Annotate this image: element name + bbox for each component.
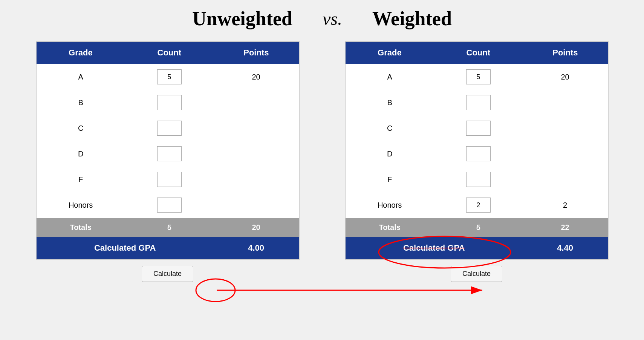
uw-row-a: A 20 (36, 64, 299, 90)
w-points-d (523, 141, 608, 167)
uw-grade-d: D (36, 141, 125, 167)
uw-row-c: C (36, 115, 299, 141)
w-points-a: 20 (523, 64, 608, 90)
w-totals-points: 22 (523, 218, 608, 237)
uw-points-b (214, 90, 299, 115)
w-gpa-row: Calculated GPA 4.40 (345, 237, 608, 259)
uw-totals-points: 20 (214, 218, 299, 237)
w-calculate-button[interactable]: Calculate (451, 266, 502, 282)
uw-header-count: Count (125, 41, 214, 64)
uw-count-a[interactable] (125, 64, 214, 90)
uw-points-honors (214, 192, 299, 218)
uw-gpa-label: Calculated GPA (36, 237, 214, 259)
uw-row-honors: Honors (36, 192, 299, 218)
uw-points-f (214, 167, 299, 192)
w-totals-label: Totals (345, 218, 434, 237)
svg-point-5 (196, 279, 235, 302)
uw-totals-label: Totals (36, 218, 125, 237)
uw-input-d[interactable] (157, 146, 182, 161)
title-vs: vs. (323, 8, 342, 29)
uw-row-f: F (36, 167, 299, 192)
uw-grade-honors: Honors (36, 192, 125, 218)
uw-row-d: D (36, 141, 299, 167)
uw-totals-row: Totals 5 20 (36, 218, 299, 237)
unweighted-table: Grade Count Points A (36, 41, 300, 260)
w-header-points: Points (523, 41, 608, 64)
w-header-grade: Grade (345, 41, 434, 64)
uw-grade-a: A (36, 64, 125, 90)
uw-points-c (214, 115, 299, 141)
uw-count-honors[interactable] (125, 192, 214, 218)
w-points-honors: 2 (523, 192, 608, 218)
w-points-f (523, 167, 608, 192)
uw-row-b: B (36, 90, 299, 115)
w-row-b: B (345, 90, 608, 115)
w-count-c[interactable] (434, 115, 523, 141)
w-count-b[interactable] (434, 90, 523, 115)
w-row-c: C (345, 115, 608, 141)
title-unweighted: Unweighted (192, 8, 292, 30)
uw-header-grade: Grade (36, 41, 125, 64)
w-count-honors[interactable] (434, 192, 523, 218)
w-grade-d: D (345, 141, 434, 167)
w-count-f[interactable] (434, 167, 523, 192)
w-input-c[interactable] (466, 121, 491, 136)
uw-input-a[interactable] (157, 69, 182, 84)
uw-calculate-button[interactable]: Calculate (142, 266, 193, 282)
w-grade-honors: Honors (345, 192, 434, 218)
uw-gpa-value: 4.00 (214, 237, 299, 259)
w-input-f[interactable] (466, 172, 491, 187)
weighted-header-row: Grade Count Points (345, 41, 608, 64)
uw-points-d (214, 141, 299, 167)
w-grade-a: A (345, 64, 434, 90)
w-count-a[interactable] (434, 64, 523, 90)
calculators-row: Grade Count Points A (8, 41, 636, 282)
w-row-f: F (345, 167, 608, 192)
weighted-calculator: Grade Count Points A 20 B C (345, 41, 609, 282)
uw-grade-b: B (36, 90, 125, 115)
w-input-d[interactable] (466, 146, 491, 161)
unweighted-header-row: Grade Count Points (36, 41, 299, 64)
w-input-a[interactable] (466, 69, 491, 84)
unweighted-calculator: Grade Count Points A (36, 41, 300, 282)
w-row-honors: Honors 2 (345, 192, 608, 218)
uw-input-honors[interactable] (157, 198, 182, 213)
w-points-b (523, 90, 608, 115)
w-totals-row: Totals 5 22 (345, 218, 608, 237)
w-input-b[interactable] (466, 95, 491, 110)
uw-header-points: Points (214, 41, 299, 64)
w-grade-b: B (345, 90, 434, 115)
uw-grade-f: F (36, 167, 125, 192)
uw-totals-count: 5 (125, 218, 214, 237)
uw-count-b[interactable] (125, 90, 214, 115)
uw-grade-c: C (36, 115, 125, 141)
uw-count-c[interactable] (125, 115, 214, 141)
w-input-honors[interactable] (466, 198, 491, 213)
w-grade-c: C (345, 115, 434, 141)
w-totals-count: 5 (434, 218, 523, 237)
title-weighted: Weighted (372, 8, 452, 30)
w-count-d[interactable] (434, 141, 523, 167)
uw-count-f[interactable] (125, 167, 214, 192)
uw-count-d[interactable] (125, 141, 214, 167)
page-header: Unweighted vs. Weighted (8, 8, 636, 30)
weighted-table: Grade Count Points A 20 B C (345, 41, 609, 260)
uw-input-c[interactable] (157, 121, 182, 136)
w-row-a: A 20 (345, 64, 608, 90)
w-header-count: Count (434, 41, 523, 64)
w-row-d: D (345, 141, 608, 167)
w-grade-f: F (345, 167, 434, 192)
uw-input-f[interactable] (157, 172, 182, 187)
w-gpa-value: 4.40 (523, 237, 608, 259)
uw-input-b[interactable] (157, 95, 182, 110)
w-gpa-label: Calculated GPA (345, 237, 523, 259)
uw-gpa-row: Calculated GPA 4.00 (36, 237, 299, 259)
uw-points-a: 20 (214, 64, 299, 90)
w-points-c (523, 115, 608, 141)
